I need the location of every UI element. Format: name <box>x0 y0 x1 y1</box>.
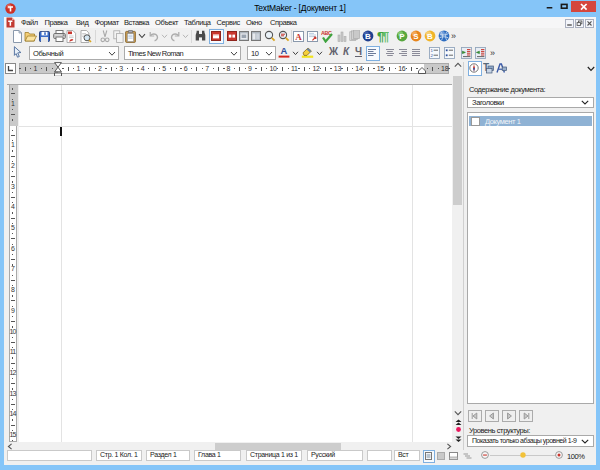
svg-text:B: B <box>365 32 371 41</box>
svg-text:B: B <box>427 32 433 41</box>
svg-text:A: A <box>281 46 288 56</box>
svg-text:S: S <box>413 32 419 41</box>
svg-text:P: P <box>399 32 405 41</box>
svg-text:A: A <box>295 31 302 41</box>
svg-text:¶: ¶ <box>382 30 389 43</box>
